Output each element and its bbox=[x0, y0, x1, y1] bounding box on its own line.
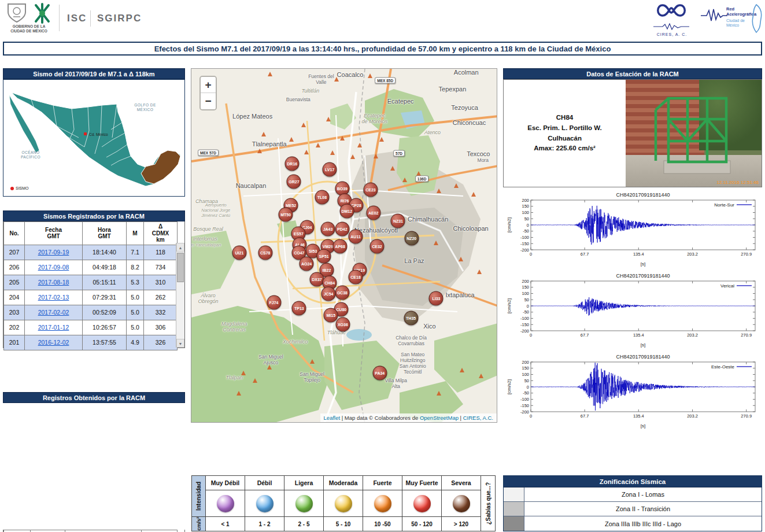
sismo-cell: 5.0 bbox=[127, 320, 144, 335]
station-marker-DR16[interactable]: DR16 bbox=[285, 156, 300, 171]
svg-text:203.2: 203.2 bbox=[687, 332, 698, 338]
peak-triangle-icon bbox=[459, 257, 463, 261]
station-marker-AE02[interactable]: AE02 bbox=[366, 205, 380, 220]
svg-text:150: 150 bbox=[522, 285, 529, 290]
station-map[interactable]: CoacalcoAcolmanFuentes del ValleTepexpan… bbox=[191, 68, 497, 423]
station-marker-PD42[interactable]: PD42 bbox=[335, 221, 349, 236]
station-marker-FJ74[interactable]: FJ74 bbox=[267, 295, 281, 310]
sismo-date-cell: 2017-02-02 bbox=[25, 305, 83, 320]
station-marker-XO36[interactable]: XO36 bbox=[335, 317, 350, 332]
svg-text:CH8420170919181440: CH8420170919181440 bbox=[616, 273, 670, 279]
station-marker-CE18[interactable]: CE18 bbox=[349, 270, 363, 285]
map-place-label: Tultitlán bbox=[301, 88, 319, 94]
peak-triangle-icon bbox=[460, 368, 464, 372]
accelerogram-chart-norte-sur: CH8420170919181440200150100500-50-100-15… bbox=[505, 191, 762, 269]
station-marker-DM12[interactable]: DM12 bbox=[339, 204, 354, 218]
sismo-date-link[interactable]: 2017-02-02 bbox=[38, 309, 69, 316]
scroll-track[interactable] bbox=[176, 252, 184, 339]
svg-text:100: 100 bbox=[522, 291, 529, 296]
leaflet-link[interactable]: Leaflet bbox=[324, 415, 341, 421]
attribution-separator: | bbox=[459, 415, 463, 421]
sismo-date-cell: 2017-02-13 bbox=[25, 290, 83, 305]
svg-text:0: 0 bbox=[527, 223, 529, 228]
intensity-range-label: 10 -50 bbox=[363, 517, 402, 531]
openstreetmap-link[interactable]: OpenStreetMap bbox=[420, 415, 459, 421]
cires-caption: CIRES, A. C. bbox=[653, 32, 690, 36]
station-marker-PA34[interactable]: PA34 bbox=[372, 366, 387, 380]
sismo-date-link[interactable]: 2017-02-13 bbox=[38, 294, 69, 301]
top-header: GOBIERNO DE LA CIUDAD DE MÉXICO ISC SGIR… bbox=[0, 0, 765, 38]
svg-text:-200: -200 bbox=[520, 409, 529, 415]
station-marker-TH35[interactable]: TH35 bbox=[404, 311, 418, 326]
station-marker-NZ31[interactable]: NZ31 bbox=[391, 213, 405, 228]
svg-text:-100: -100 bbox=[520, 235, 529, 240]
station-marker-LI33[interactable]: LI33 bbox=[429, 291, 444, 306]
sismo-date-link[interactable]: 2017-09-08 bbox=[38, 264, 69, 271]
svg-text:Este-Oeste: Este-Oeste bbox=[711, 364, 735, 370]
station-marker-TP13[interactable]: TP13 bbox=[292, 301, 306, 316]
sismos-table-title: Sismos Registrados por la RACM bbox=[3, 210, 185, 221]
station-marker-GC38[interactable]: GC38 bbox=[335, 286, 349, 300]
sismo-cell: 5.0 bbox=[127, 290, 144, 305]
map-place-label: Tepexpan bbox=[439, 86, 467, 93]
station-marker-AP68[interactable]: AP68 bbox=[333, 239, 348, 253]
station-marker-LV17[interactable]: LV17 bbox=[323, 162, 337, 176]
sismo-cell: 262 bbox=[144, 290, 178, 305]
sismo-cell: 05:15:11 bbox=[83, 275, 127, 290]
map-place-label: Tlalpan bbox=[226, 375, 243, 380]
station-marker-GR27[interactable]: GR27 bbox=[287, 174, 301, 189]
sismo-cell: 4.9 bbox=[127, 335, 144, 350]
station-marker-SP51[interactable]: SP51 bbox=[317, 249, 331, 264]
sismo-date-link[interactable]: 2017-01-12 bbox=[38, 324, 69, 331]
intensity-sphere-icon bbox=[413, 495, 431, 512]
mexico-map-graphic bbox=[3, 80, 184, 196]
sismo-row: 2052017-08-1805:15:115.3310 bbox=[4, 275, 178, 290]
svg-text:200: 200 bbox=[522, 198, 529, 203]
map-place-label: Ixtapaluca bbox=[446, 291, 475, 298]
station-marker-DX37[interactable]: DX37 bbox=[310, 272, 324, 287]
station-marker-CS78[interactable]: CS78 bbox=[258, 246, 272, 260]
station-marker-MT50[interactable]: MT50 bbox=[279, 208, 293, 222]
intensity-sphere-cell bbox=[442, 490, 481, 517]
red-valley-outline-icon bbox=[749, 3, 763, 34]
sismo-cell: 206 bbox=[4, 260, 25, 275]
station-marker-TL08[interactable]: TL08 bbox=[315, 190, 329, 205]
sabias-que-tab[interactable]: ¿Sabías que...? bbox=[481, 476, 496, 531]
zoning-color-swatch bbox=[504, 516, 524, 531]
column-header: No. bbox=[4, 222, 25, 245]
station-marker-JC54[interactable]: JC54 bbox=[321, 287, 336, 301]
accelerogram-charts: CH8420170919181440200150100500-50-100-15… bbox=[505, 191, 762, 434]
sismo-date-link[interactable]: 2016-12-02 bbox=[38, 339, 69, 346]
gulf-label: GOLFO DE MÉXICO bbox=[128, 103, 162, 113]
sismo-date-link[interactable]: 2017-08-18 bbox=[38, 279, 69, 286]
station-marker-UI21[interactable]: UI21 bbox=[232, 246, 246, 260]
station-marker-NZ20[interactable]: NZ20 bbox=[404, 231, 419, 245]
zoom-in-button[interactable]: + bbox=[201, 77, 216, 93]
svg-text:100: 100 bbox=[522, 210, 529, 215]
column-header: Δ CDMX km bbox=[144, 222, 178, 245]
sismo-cell: 332 bbox=[144, 305, 178, 320]
station-marker-AO24[interactable]: AO24 bbox=[300, 257, 314, 271]
map-attribution: Leaflet | Map data © Colaboradores de Op… bbox=[320, 413, 497, 422]
station-marker-JA43[interactable]: JA43 bbox=[321, 222, 335, 237]
scroll-up-button[interactable]: ▲ bbox=[176, 243, 184, 252]
station-marker-CE23[interactable]: CE23 bbox=[363, 182, 378, 197]
sismo-cell: 5.0 bbox=[127, 305, 144, 320]
seismic-zoning-legend: Zonificación Sísmica Zona I - LomasZona … bbox=[503, 475, 762, 531]
intensity-sphere-icon bbox=[295, 495, 313, 512]
station-marker-CE32[interactable]: CE32 bbox=[370, 239, 385, 253]
scroll-down-button[interactable]: ▼ bbox=[176, 339, 184, 348]
intensity-range-label: 1 - 2 bbox=[245, 517, 284, 531]
sismo-date-cell: 2017-08-18 bbox=[25, 275, 83, 290]
scroll-thumb[interactable] bbox=[177, 253, 184, 282]
station-marker-AU11[interactable]: AU11 bbox=[349, 229, 363, 243]
red-acelerografica-logo: Red Acelerográfica Ciudad de México bbox=[701, 2, 763, 35]
sismos-vertical-scrollbar[interactable]: ▲ ▼ bbox=[176, 243, 184, 348]
sismo-date-link[interactable]: 2017-09-19 bbox=[38, 249, 69, 256]
svg-text:Verical: Verical bbox=[720, 283, 734, 289]
zoom-out-button[interactable]: − bbox=[201, 93, 216, 109]
zoning-label: Zona II - Transición bbox=[524, 502, 762, 516]
peak-triangle-icon bbox=[350, 154, 355, 159]
cires-link[interactable]: CIRES, A.C. bbox=[463, 415, 493, 421]
svg-text:50: 50 bbox=[524, 216, 529, 221]
